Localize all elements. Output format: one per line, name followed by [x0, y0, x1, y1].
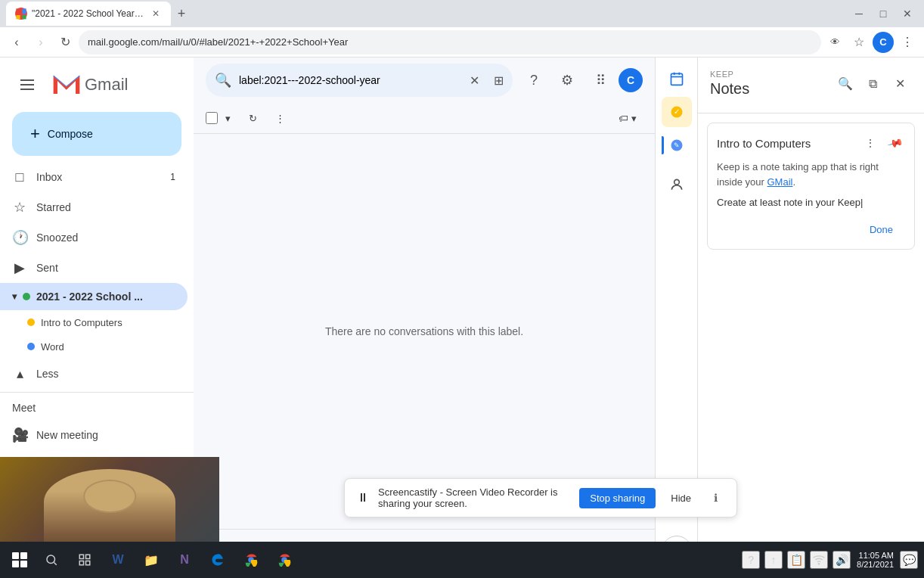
notification-info-button[interactable]: ℹ — [706, 489, 724, 507]
note-actions: ⋮ 📌 — [860, 132, 905, 154]
tab-close-button[interactable]: ✕ — [150, 8, 162, 20]
taskbar-question-button[interactable]: ? — [742, 551, 760, 569]
sidebar-item-snoozed[interactable]: 🕐 Snoozed — [0, 222, 188, 253]
label-section-dot — [23, 293, 30, 300]
taskbar-clipboard-button[interactable]: 📋 — [787, 551, 805, 569]
note-title: Intro to Computers — [717, 137, 811, 150]
note-card: Intro to Computers ⋮ 📌 Keep is a note ta… — [707, 123, 915, 250]
address-bar-input[interactable] — [79, 30, 821, 54]
taskbar-files-button[interactable]: 📁 — [136, 545, 166, 575]
compose-button[interactable]: + Compose — [12, 112, 181, 156]
labels-icon: 🏷 — [619, 113, 628, 124]
bookmark-button[interactable]: ☆ — [848, 32, 870, 53]
sidebar-sublabel-word[interactable]: Word — [0, 334, 188, 359]
sidebar-item-sent[interactable]: ▶ Sent — [0, 253, 188, 283]
new-tab-button[interactable]: + — [171, 3, 192, 24]
note-pin-button[interactable]: 📌 — [884, 132, 905, 154]
close-window-button[interactable]: ✕ — [897, 3, 918, 24]
label-section-chevron: ▾ — [12, 291, 17, 302]
keep-icon-button[interactable]: ✎ — [662, 130, 692, 160]
hide-button[interactable]: Hide — [665, 488, 697, 508]
refresh-button[interactable]: ↻ — [243, 106, 263, 130]
forward-button[interactable]: › — [30, 32, 51, 53]
sidebar-less-button[interactable]: ▴ Less — [0, 359, 188, 389]
hamburger-menu-button[interactable] — [12, 70, 42, 100]
taskbar-search-button[interactable] — [36, 545, 67, 575]
note-body-link[interactable]: GMail — [767, 176, 792, 188]
onenote-icon: N — [180, 553, 189, 567]
search-clear-button[interactable]: ✕ — [470, 73, 479, 88]
keep-label: KEEP — [710, 70, 749, 79]
meet-header: Meet — [0, 396, 194, 420]
profile-button[interactable]: C — [873, 32, 894, 53]
taskbar-chrome2-button[interactable] — [269, 545, 299, 575]
sidebar-new-meeting[interactable]: 🎥 New meeting — [0, 420, 188, 450]
help-button[interactable]: ? — [519, 65, 549, 95]
notification-bar: ⏸ Screencastify - Screen Video Recorder … — [344, 478, 737, 517]
keep-search-button[interactable]: 🔍 — [833, 72, 857, 96]
taskbar-time: 11:05 AM 8/21/2021 — [857, 551, 894, 569]
hamburger-line — [20, 84, 34, 85]
win-quad-2 — [20, 552, 27, 559]
keep-branding: KEEP Notes — [710, 70, 749, 98]
svg-rect-15 — [79, 555, 83, 558]
minimize-button[interactable]: ─ — [848, 3, 870, 24]
taskbar-system-icons: ? ↑ 📋 🔊 — [742, 551, 851, 569]
taskbar-chrome-button[interactable] — [236, 545, 266, 575]
tasks-icon-button[interactable]: ✓ — [662, 97, 692, 127]
apps-button[interactable]: ⠿ — [585, 65, 615, 95]
taskbar-apps-button[interactable] — [70, 545, 100, 575]
note-body-text: Keep is a note taking app that is right … — [717, 161, 879, 188]
svg-point-21 — [818, 564, 819, 564]
sidebar-item-starred[interactable]: ☆ Starred — [0, 192, 188, 222]
svg-rect-16 — [86, 555, 90, 558]
compose-label: Compose — [48, 128, 93, 140]
taskbar-edge-button[interactable] — [203, 545, 233, 575]
sidebar-item-label: Starred — [36, 201, 71, 213]
taskbar-word-button[interactable]: W — [103, 545, 133, 575]
keep-open-button[interactable]: ⧉ — [860, 72, 885, 96]
empty-state-text: There are no conversations with this lab… — [325, 325, 523, 337]
taskbar-onenote-button[interactable]: N — [169, 545, 200, 575]
sidebar-sublabel-intro[interactable]: Intro to Computers — [0, 310, 188, 334]
more-options-button[interactable]: ⋮ — [269, 106, 291, 130]
taskbar-wifi-button[interactable] — [810, 551, 828, 569]
taskbar-arrow-button[interactable]: ↑ — [764, 551, 783, 569]
checkbox-dropdown-button[interactable]: ▾ — [219, 106, 237, 130]
select-all-checkbox[interactable] — [206, 112, 218, 124]
svg-text:✎: ✎ — [674, 141, 680, 149]
note-done-button[interactable]: Done — [857, 219, 905, 240]
calendar-icon-button[interactable] — [662, 64, 692, 94]
labels-button[interactable]: 🏷 ▾ — [612, 106, 643, 130]
svg-rect-3 — [22, 15, 26, 19]
back-button[interactable]: ‹ — [6, 32, 27, 53]
active-tab[interactable]: "2021 - 2022 School Year" - mur ✕ — [6, 2, 171, 26]
sidebar-label-section[interactable]: ▾ 2021 - 2022 School ... — [0, 283, 188, 310]
stop-sharing-button[interactable]: Stop sharing — [579, 488, 656, 508]
sidebar-divider — [0, 392, 194, 393]
user-avatar-button[interactable]: C — [619, 68, 643, 92]
search-options-button[interactable]: ⊞ — [494, 73, 504, 88]
inbox-icon: □ — [12, 169, 27, 185]
gmail-logo-svg — [51, 73, 82, 96]
email-toolbar: ▾ ↻ ⋮ 🏷 ▾ — [194, 103, 655, 134]
notification-button[interactable]: 💬 — [900, 551, 918, 569]
note-more-button[interactable]: ⋮ — [860, 132, 881, 154]
windows-start-button[interactable] — [6, 546, 33, 573]
gmail-logo: Gmail — [51, 73, 128, 96]
gmail-search-input[interactable] — [206, 64, 513, 97]
contacts-icon-button[interactable] — [662, 169, 692, 200]
sidebar-item-inbox[interactable]: □ Inbox 1 — [0, 162, 188, 192]
maximize-button[interactable]: □ — [873, 3, 894, 24]
chrome-menu-button[interactable]: ⋮ — [897, 32, 918, 53]
settings-button[interactable]: ⚙ — [552, 65, 582, 95]
refresh-button[interactable]: ↻ — [54, 32, 76, 53]
keep-close-button[interactable]: ✕ — [888, 72, 912, 96]
svg-text:✓: ✓ — [674, 107, 680, 116]
note-typing-area[interactable]: Create at least note in your Keep| — [717, 195, 905, 210]
reader-mode-button[interactable]: 👁 — [824, 32, 845, 53]
taskbar-volume-button[interactable]: 🔊 — [833, 551, 851, 569]
win-quad-3 — [12, 561, 19, 567]
address-bar-row: ‹ › ↻ 👁 ☆ C ⋮ — [0, 27, 924, 57]
snoozed-icon: 🕐 — [12, 229, 27, 246]
